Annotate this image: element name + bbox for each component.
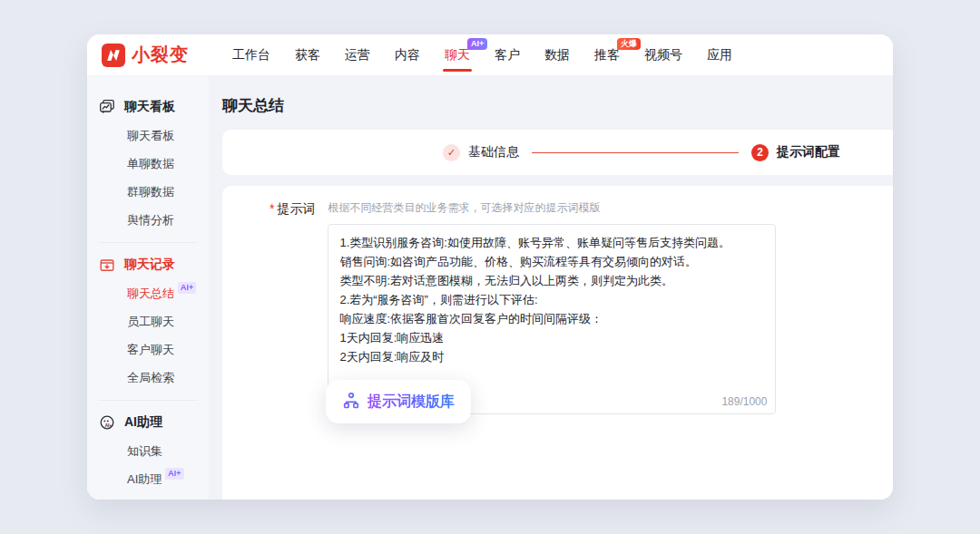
step-connector-line [532,152,739,153]
sidebar-section-chat-records[interactable]: 聊天记录 [87,250,209,279]
required-asterisk: * [270,201,274,216]
sidebar-item-customer-chat[interactable]: 客户聊天 [87,335,209,364]
sidebar-item-chat-summary[interactable]: 聊天总结 AI+ [87,279,209,307]
template-button-label: 提示词模版库 [368,393,455,412]
prompt-label: *提示词 [270,199,315,217]
sidebar-item-knowledge-set[interactable]: 知识集 [87,437,209,465]
sidebar: 聊天看板 聊天看板 单聊数据 群聊数据 舆情分析 聊天记录 [87,76,209,500]
step-number: 2 [751,144,769,161]
chat-archive-icon [99,257,115,273]
nav-item-apps[interactable]: 应用 [707,34,732,75]
sidebar-item-global-search[interactable]: 全局检索 [87,364,209,392]
divider [98,242,198,243]
prompt-hint: 根据不同经营类目的业务需求，可选择对应的提示词模版 [328,199,776,216]
page-title: 聊天总结 [209,76,893,130]
nav-item-video-account[interactable]: 视频号 [644,34,682,75]
chat-kanban-icon [99,99,115,115]
sitemap-branch-icon [342,392,360,413]
sidebar-section-ai-assistant[interactable]: AI+ AI助理 [87,408,209,437]
sidebar-item-single-chat-data[interactable]: 单聊数据 [87,150,209,178]
sidebar-item-staff-chat[interactable]: 员工聊天 [87,307,209,335]
nav-item-chat[interactable]: 聊天 AI+ [445,34,470,75]
nav-item-customer[interactable]: 客户 [495,34,520,75]
ai-plus-badge: AI+ [178,282,196,294]
nav-item-acquisition[interactable]: 获客 [295,34,320,75]
lightning-n-icon [102,44,125,67]
nav-menu: 工作台 获客 运营 内容 聊天 AI+ 客户 数据 推客 火爆 视频号 应用 [232,34,732,75]
sidebar-item-sentiment-analysis[interactable]: 舆情分析 [87,206,209,234]
nav-item-operation[interactable]: 运营 [345,34,370,75]
divider [98,400,198,401]
page: 小裂变 工作台 获客 运营 内容 聊天 AI+ 客户 数据 推客 火爆 视频号 … [0,0,980,534]
brand-logo[interactable]: 小裂变 [102,43,189,67]
sidebar-item-group-chat-data[interactable]: 群聊数据 [87,178,209,206]
prompt-form-card: *提示词 根据不同经营类目的业务需求，可选择对应的提示词模版 1.类型识别服务咨… [222,186,893,500]
prompt-form-row: *提示词 根据不同经营类目的业务需求，可选择对应的提示词模版 1.类型识别服务咨… [222,186,893,414]
prompt-template-library-button[interactable]: 提示词模版库 [326,380,471,423]
sidebar-item-ai-assistant[interactable]: AI助理 AI+ [87,465,209,493]
ai-face-icon: AI+ [99,414,115,431]
main-content: 聊天总结 ✓ 基础信息 2 提示词配置 [209,76,893,500]
brand-name: 小裂变 [132,43,189,67]
nav-item-content[interactable]: 内容 [395,34,420,75]
hot-badge: 火爆 [617,38,641,50]
nav-item-promoter[interactable]: 推客 火爆 [594,34,620,75]
sidebar-item-chat-kanban[interactable]: 聊天看板 [87,121,209,150]
app-window: 小裂变 工作台 获客 运营 内容 聊天 AI+ 客户 数据 推客 火爆 视频号 … [87,34,893,500]
step-basic-info[interactable]: ✓ 基础信息 [443,144,519,161]
sidebar-section-chat-kanban[interactable]: 聊天看板 [87,92,209,121]
step-indicator: ✓ 基础信息 2 提示词配置 [443,144,840,161]
step-prompt-config[interactable]: 2 提示词配置 [751,144,840,161]
check-icon: ✓ [443,144,460,161]
nav-item-data[interactable]: 数据 [544,34,570,75]
ai-plus-badge: AI+ [165,468,183,480]
nav-item-workbench[interactable]: 工作台 [232,34,270,75]
ai-plus-badge: AI+ [467,38,487,50]
top-navbar: 小裂变 工作台 获客 运营 内容 聊天 AI+ 客户 数据 推客 火爆 视频号 … [87,34,893,76]
svg-text:AI+: AI+ [105,423,113,428]
steps-card: ✓ 基础信息 2 提示词配置 [222,130,893,175]
